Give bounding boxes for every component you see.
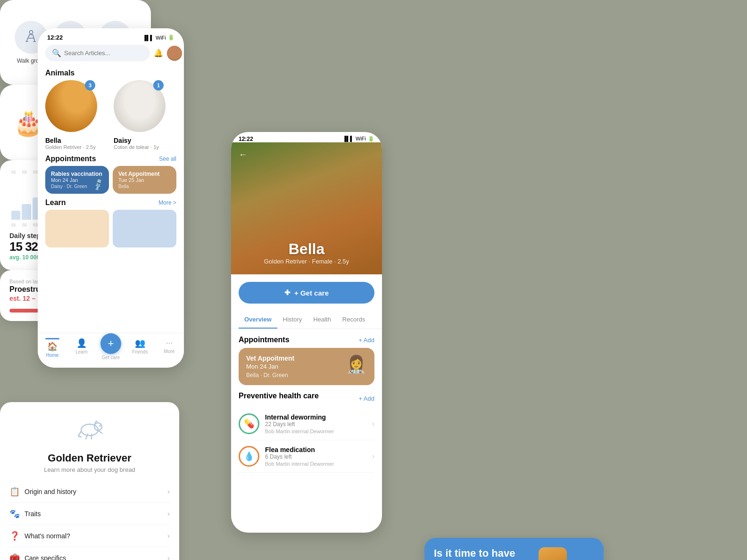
deworming-chevron: › — [372, 420, 374, 428]
see-all-link[interactable]: See all — [159, 156, 176, 162]
flea-name: Flea medication — [265, 446, 366, 453]
more-label: More — [164, 349, 175, 354]
traits-label: Traits — [25, 510, 41, 518]
get-care-label: + Get care — [294, 289, 329, 297]
status-icons: ▐▌▌ WiFi 🔋 — [143, 34, 174, 41]
puppies-photos — [539, 547, 594, 560]
gr-item-origin[interactable]: 📋 Origin and history › — [9, 481, 170, 503]
health-item-deworming[interactable]: 💊 Internal deworming 22 Days left Bob Ma… — [239, 408, 374, 440]
gr-origin-left: 📋 Origin and history — [9, 486, 76, 497]
tab-overview[interactable]: Overview — [239, 311, 277, 329]
bella-badge: 3 — [85, 80, 95, 91]
learn-card-1[interactable] — [113, 210, 176, 247]
mid-signal: ▐▌▌ — [343, 136, 354, 142]
learn-card-0[interactable] — [45, 210, 109, 247]
gr-title: Golden Retriever — [9, 452, 170, 464]
signal-icon: ▐▌▌ — [143, 35, 154, 41]
get-care-button[interactable]: + — [100, 333, 121, 354]
animal-card-bella[interactable]: 3 Bella Golden Retriver · 2.5y — [45, 80, 108, 150]
svg-point-0 — [29, 31, 33, 34]
gr-dog-illustration — [9, 413, 170, 446]
more-icon: ··· — [166, 338, 173, 348]
vet-appt-date: Mon 24 Jan — [246, 363, 294, 370]
search-icon: 🔍 — [52, 49, 61, 58]
gr-item-traits[interactable]: 🐾 Traits › — [9, 503, 170, 525]
gr-traits-left: 🐾 Traits — [9, 509, 41, 519]
appt-meta-1: Bella — [118, 184, 171, 189]
nav-learn[interactable]: 👤 Learn — [67, 338, 96, 360]
origin-icon: 📋 — [9, 486, 20, 497]
search-bar[interactable]: 🔍 — [45, 45, 150, 61]
appt-title-1: Vet Appoitment — [118, 171, 171, 177]
appointment-card-vet[interactable]: Vet Appoitment Tue 25 Jan Bella — [113, 166, 176, 194]
vet-appt-title: Vet Appoitment — [246, 354, 294, 362]
learn-header: Learn More > — [38, 194, 184, 210]
mid-wifi: WiFi — [356, 136, 366, 142]
deworming-circle: 💊 — [239, 413, 259, 434]
gr-care-left: 🧰 Care specifics — [9, 553, 66, 560]
deworming-icon: 💊 — [244, 419, 254, 429]
avatar[interactable] — [167, 46, 182, 61]
nav-home[interactable]: 🏠 Home — [38, 338, 67, 360]
deworming-brand: Bob Martin internal Dewormer — [265, 428, 366, 434]
gr-item-normal[interactable]: ❓ What's normal? › — [9, 525, 170, 547]
get-care-button[interactable]: ✚ + Get care — [239, 282, 374, 304]
appt-title-0: Rabies vaccination — [51, 171, 103, 177]
nav-get-care[interactable]: + Get care — [96, 338, 125, 360]
flea-text: Flea medication 6 Days left Bob Martin i… — [265, 446, 366, 467]
appointments-header: Appointments See all — [38, 150, 184, 166]
health-section: Preventive health care + Add 💊 Internal … — [231, 385, 382, 477]
gr-subtitle: Learn more about your dog bread — [9, 466, 170, 473]
get-care-label: Get care — [102, 355, 120, 360]
animal-card-daisy[interactable]: 1 Daisy Coton de tolear · 1y — [114, 80, 176, 150]
gr-card: Golden Retriever Learn more about your d… — [0, 402, 179, 560]
learn-label: Learn — [75, 349, 88, 354]
daisy-name: Daisy — [114, 137, 176, 144]
mid-status-bar: 12:22 ▐▌▌ WiFi 🔋 — [231, 132, 382, 142]
tab-health[interactable]: Health — [307, 311, 337, 329]
vet-appointment-card[interactable]: Vet Appoitment Mon 24 Jan Bella · Dr. Gr… — [239, 348, 374, 385]
add-health-link[interactable]: + Add — [358, 395, 374, 402]
health-item-flea[interactable]: 💧 Flea medication 6 Days left Bob Martin… — [239, 440, 374, 473]
mid-appointments-title: Appointments — [239, 336, 290, 344]
tab-records[interactable]: Records — [337, 311, 371, 329]
mid-time: 12:22 — [239, 136, 253, 142]
appointments-title: Appointments — [45, 155, 96, 163]
tabs-row: Overview History Health Records — [231, 311, 382, 329]
get-care-plus-icon: ✚ — [284, 288, 290, 297]
learn-more-link[interactable]: More > — [158, 199, 176, 206]
dog-hero-sub: Golden Retriver · Female · 2.5y — [231, 258, 382, 265]
origin-label: Origin and history — [25, 488, 76, 495]
nav-more[interactable]: ··· More — [155, 338, 184, 360]
search-input[interactable] — [64, 49, 143, 57]
dog-hero-name: Bella — [231, 240, 382, 258]
puppy-main-photo — [539, 547, 567, 560]
friends-label: Friends — [132, 349, 148, 354]
dog-hero: ← Bella Golden Retriver · Female · 2.5y — [231, 142, 382, 274]
gr-item-care[interactable]: 🧰 Care specifics › — [9, 547, 170, 560]
svg-point-7 — [99, 425, 101, 427]
traits-arrow: › — [167, 510, 170, 518]
bella-name: Bella — [45, 137, 108, 144]
status-bar: 12:22 ▐▌▌ WiFi 🔋 — [38, 28, 184, 43]
add-appointment-link[interactable]: + Add — [358, 337, 374, 344]
battery-icon: 🔋 — [168, 34, 174, 41]
gr-dog-svg — [71, 413, 108, 446]
wifi-icon: WiFi — [156, 35, 166, 41]
back-arrow[interactable]: ← — [239, 150, 247, 160]
puppies-title: Is it time to have pupies? — [434, 547, 533, 560]
deworming-days: 22 Days left — [265, 421, 366, 428]
origin-arrow: › — [167, 487, 170, 496]
animals-row: 3 Bella Golden Retriver · 2.5y 1 Daisy C… — [38, 80, 184, 150]
flea-brand: Bob Martin internal Dewormer — [265, 461, 366, 467]
tab-history[interactable]: History — [277, 311, 307, 329]
deworming-name: Internal deworming — [265, 413, 366, 421]
mid-phone: 12:22 ▐▌▌ WiFi 🔋 ← Bella Golden Retriver… — [231, 132, 382, 533]
health-title: Preventive health care — [239, 392, 319, 400]
bell-icon[interactable]: 🔔 — [154, 49, 163, 58]
nav-friends[interactable]: 👥 Friends — [125, 338, 155, 360]
care-label: Care specifics — [25, 554, 66, 560]
walk-icon — [23, 29, 40, 46]
appointment-card-rabies[interactable]: Rabies vaccination Mon 24 Jan Daisy · Dr… — [45, 166, 109, 194]
chart-bar-1 — [11, 211, 20, 220]
